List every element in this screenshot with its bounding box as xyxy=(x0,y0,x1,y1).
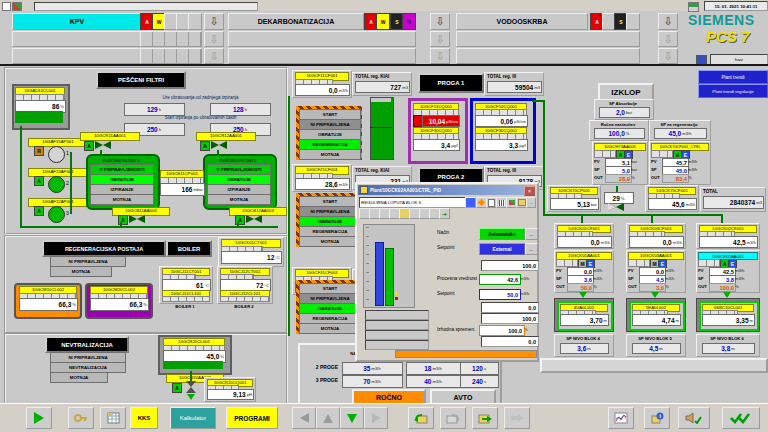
manual-set-value[interactable]: 100,0% xyxy=(594,128,645,139)
pipe xyxy=(288,96,290,336)
pipe xyxy=(237,222,239,228)
o-badge[interactable]: O xyxy=(402,13,416,30)
open-picture-arrow[interactable]: ⇩ xyxy=(658,48,678,64)
faceplate-view-button[interactable] xyxy=(465,197,476,208)
picture-redo-button[interactable] xyxy=(440,407,466,429)
value: 2840374 xyxy=(730,199,755,206)
window-icon[interactable] xyxy=(2,2,11,11)
bargraph-marker-red xyxy=(395,297,398,300)
picture-next-button[interactable] xyxy=(504,407,530,429)
group-button-dekarbonatizacija[interactable]: DEKARBONATIZACIJA xyxy=(228,13,364,30)
unit: m3/h xyxy=(665,276,674,281)
nav-right-button[interactable] xyxy=(364,407,388,429)
segment-strip xyxy=(698,259,720,267)
trend-button-1[interactable]: Plant trendi xyxy=(698,70,768,84)
pump3[interactable] xyxy=(48,206,65,223)
picture-forward-button[interactable] xyxy=(472,407,498,429)
mode-value-button[interactable]: Avtomatsko xyxy=(479,228,525,240)
inlet-valve2[interactable] xyxy=(211,141,227,149)
pump1[interactable] xyxy=(48,146,65,163)
nav-down-button[interactable] xyxy=(340,407,364,429)
main-valve[interactable] xyxy=(608,203,624,211)
group-button-empty[interactable] xyxy=(228,48,416,64)
group-button-empty[interactable] xyxy=(456,31,640,47)
value: 0,0 xyxy=(591,239,600,246)
proga1-flow-value: 0,0m3/h xyxy=(295,84,350,96)
level-bar-divider xyxy=(370,127,392,128)
mode-more-button[interactable]: ... xyxy=(525,228,538,240)
unit: m xyxy=(750,318,754,323)
curve-button[interactable] xyxy=(100,407,126,429)
open-picture-arrow[interactable]: ⇩ xyxy=(204,48,224,64)
limit-hi-field: 100,0 xyxy=(481,313,539,324)
blok4-spnivo-value[interactable]: 3,6m xyxy=(560,343,609,354)
value: 45,6 xyxy=(672,201,685,208)
trend-button-2[interactable]: Plant trendi regulacije xyxy=(698,84,768,98)
sp-absorb-value[interactable]: 2,0bar xyxy=(599,107,650,118)
sp-field[interactable]: 50,0 xyxy=(479,289,521,300)
schedule-r2v3: 240s xyxy=(460,375,499,388)
programi-button[interactable]: PROGRAMI xyxy=(226,407,278,429)
pump1-number: 1 xyxy=(66,150,69,156)
total2-label: TOTAL reg. III xyxy=(487,74,516,79)
sheet-icon xyxy=(488,199,495,207)
neutral-valve-badge: A xyxy=(172,383,182,393)
trend-button[interactable] xyxy=(608,407,634,429)
outlet-valve2[interactable] xyxy=(246,215,262,223)
outlet-valve1[interactable] xyxy=(129,215,145,223)
unit: s xyxy=(484,379,486,384)
nav-up-button[interactable] xyxy=(316,407,340,429)
open-picture-arrow[interactable]: ⇩ xyxy=(204,13,224,30)
unit: m3/h xyxy=(688,159,697,164)
app-icon[interactable] xyxy=(12,2,22,11)
group-button-empty[interactable] xyxy=(228,31,416,47)
run-button[interactable] xyxy=(26,407,52,429)
group-button-kpv[interactable]: KPV xyxy=(12,13,142,30)
sp-regen-value[interactable]: 45,0m3/h xyxy=(654,128,707,139)
out-field[interactable]: 100,0 xyxy=(479,325,525,336)
kks-button[interactable]: KKS xyxy=(130,407,158,429)
group-button-empty[interactable] xyxy=(12,48,142,64)
warning-badge[interactable]: W xyxy=(376,13,390,30)
kalkulator-button[interactable]: Kalkulator xyxy=(170,407,216,429)
inlet-valve1[interactable] xyxy=(95,141,111,149)
group-button-empty[interactable] xyxy=(12,31,142,47)
open-picture-arrow[interactable]: ⇩ xyxy=(204,31,224,47)
value: 3,4 xyxy=(441,142,450,149)
more-button[interactable]: … xyxy=(526,197,536,208)
mode-label: Način xyxy=(437,230,449,235)
open-picture-arrow[interactable]: ⇩ xyxy=(430,48,450,64)
sp-source-more-button[interactable]: ... xyxy=(525,243,538,255)
close-icon[interactable]: × xyxy=(524,186,535,196)
info-button[interactable]: i xyxy=(644,407,670,429)
regen-tank-purple-value: 66,3% xyxy=(90,298,149,311)
open-picture-arrow[interactable]: ⇩ xyxy=(658,13,678,30)
sp-label: SP xyxy=(651,167,657,172)
ctrl-b-out: 83,4 xyxy=(662,174,689,183)
group-button-vodooskrba[interactable]: VODOOSKRBA xyxy=(456,13,588,30)
schedule-row1-label: 2 PROGE xyxy=(300,364,338,370)
blok6-spnivo-value[interactable]: 3,8m xyxy=(702,343,755,354)
dialog-titlebar[interactable]: Plant/10GCK02AA001/CTRL_PID xyxy=(358,185,534,195)
blok5-spnivo-value[interactable]: 4,5m xyxy=(632,343,681,354)
picture-back-button[interactable] xyxy=(408,407,434,429)
pump2[interactable] xyxy=(48,176,65,193)
open-picture-arrow[interactable]: ⇩ xyxy=(430,13,450,30)
faceplate-dialog[interactable]: Plant/10GCK02AA001/CTRL_PID × REGULIRNA … xyxy=(355,182,539,362)
unit: h xyxy=(159,107,161,112)
empty-field xyxy=(365,320,429,330)
toolbar-go-button[interactable]: ➔ xyxy=(439,208,450,219)
nav-left-button[interactable] xyxy=(292,407,316,429)
alarm-icon[interactable] xyxy=(688,2,699,12)
sp-source-button[interactable]: External xyxy=(479,243,525,255)
open-picture-arrow[interactable]: ⇩ xyxy=(658,31,678,47)
open-picture-arrow[interactable]: ⇩ xyxy=(430,31,450,47)
login-button[interactable] xyxy=(68,407,94,429)
output-slider[interactable] xyxy=(395,350,537,358)
group-button-empty[interactable] xyxy=(456,48,640,64)
unit: m3/h xyxy=(371,379,380,384)
ack-all-button[interactable] xyxy=(722,407,760,429)
alarm-ack-icon xyxy=(478,199,485,206)
neutral-valve[interactable] xyxy=(186,381,196,393)
horn-ack-button[interactable] xyxy=(678,407,710,429)
